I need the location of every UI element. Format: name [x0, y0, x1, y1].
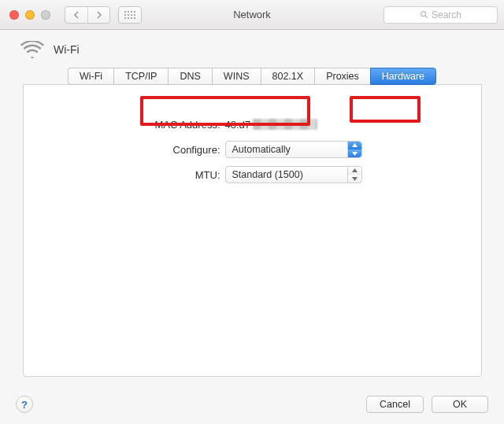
configure-select[interactable]: Automatically — [225, 141, 362, 158]
configure-select-value: Automatically — [232, 144, 291, 155]
tab-8021x[interactable]: 802.1X — [261, 68, 315, 85]
content-area: Wi-Fi Wi-Fi TCP/IP DNS WINS 802.1X Proxi… — [0, 30, 504, 424]
help-button[interactable]: ? — [16, 396, 33, 413]
nav-back-forward — [65, 6, 110, 24]
forward-button[interactable] — [87, 7, 109, 23]
mac-address-value: 48:d7 — [225, 119, 481, 131]
connection-name: Wi-Fi — [54, 43, 80, 56]
footer: ? Cancel OK — [0, 386, 504, 424]
back-button[interactable] — [65, 7, 87, 23]
ok-button[interactable]: OK — [432, 396, 488, 413]
tab-hardware[interactable]: Hardware — [370, 68, 436, 85]
search-placeholder: Search — [432, 9, 461, 20]
cancel-button[interactable]: Cancel — [366, 396, 424, 413]
select-stepper-icon — [347, 167, 361, 183]
mtu-select-value: Standard (1500) — [232, 169, 303, 180]
select-stepper-icon — [347, 142, 361, 157]
wifi-icon — [20, 41, 44, 58]
mac-address-redacted — [253, 119, 317, 130]
close-window-button[interactable] — [9, 10, 19, 20]
grid-icon — [124, 11, 135, 19]
configure-row: Configure: Automatically — [24, 137, 481, 162]
mac-address-row: MAC Address: 48:d7 — [24, 112, 481, 137]
svg-point-0 — [421, 12, 426, 17]
tab-tcpip[interactable]: TCP/IP — [113, 68, 168, 85]
search-input[interactable]: Search — [384, 6, 498, 24]
mtu-row: MTU: Standard (1500) — [24, 162, 481, 187]
window-controls — [9, 10, 50, 20]
svg-line-1 — [425, 16, 428, 18]
configure-label: Configure: — [24, 144, 220, 156]
mtu-select[interactable]: Standard (1500) — [225, 166, 362, 183]
search-icon — [420, 10, 428, 19]
tab-dns[interactable]: DNS — [168, 68, 211, 85]
mtu-label: MTU: — [24, 169, 220, 181]
zoom-window-button[interactable] — [41, 10, 50, 20]
tab-wifi[interactable]: Wi-Fi — [68, 68, 113, 85]
titlebar: Network Search — [0, 0, 504, 30]
mac-address-label: MAC Address: — [24, 119, 220, 131]
tab-wins[interactable]: WINS — [212, 68, 261, 85]
connection-header: Wi-Fi — [16, 41, 488, 66]
hardware-panel: MAC Address: 48:d7 Configure: Automatica… — [23, 84, 482, 377]
minimize-window-button[interactable] — [25, 10, 35, 20]
mac-address-prefix: 48:d7 — [225, 119, 251, 131]
show-all-prefs-button[interactable] — [118, 6, 142, 24]
tabs: Wi-Fi TCP/IP DNS WINS 802.1X Proxies Har… — [16, 68, 488, 85]
tab-proxies[interactable]: Proxies — [314, 68, 370, 85]
